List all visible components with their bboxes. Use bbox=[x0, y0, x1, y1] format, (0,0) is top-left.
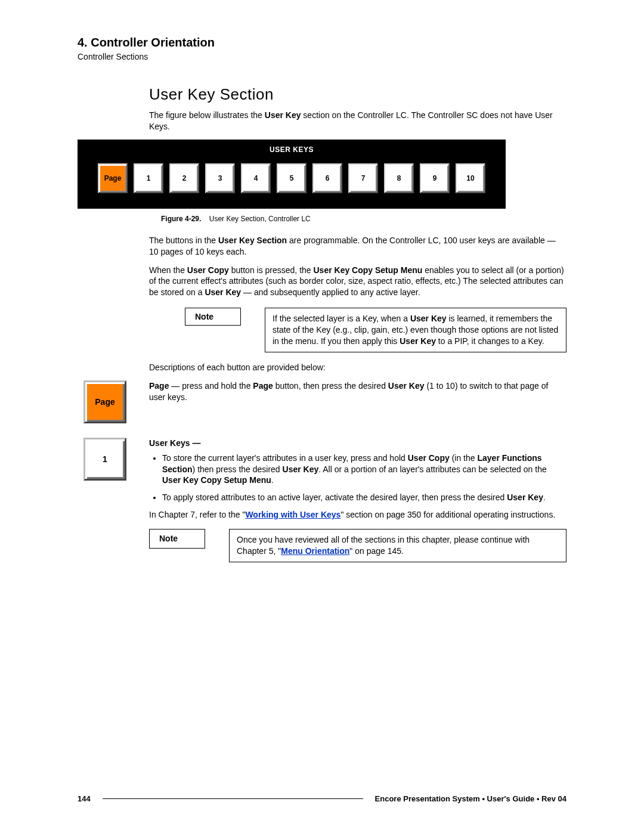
text-bold: User Key bbox=[265, 110, 301, 120]
user-key-7[interactable]: 7 bbox=[348, 163, 378, 193]
page-key-description: Page — press and hold the Page button, t… bbox=[149, 380, 566, 403]
text-bold: Page bbox=[253, 381, 273, 391]
note-block: Note Once you have reviewed all of the s… bbox=[149, 529, 566, 562]
text-bold: User Copy bbox=[408, 453, 450, 463]
text-bold: User Key bbox=[400, 336, 436, 346]
text: — and subsequently applied to any active… bbox=[241, 287, 420, 297]
intro-paragraph: The figure below illustrates the User Ke… bbox=[149, 110, 566, 132]
note-label: Note bbox=[185, 308, 241, 326]
text: If the selected layer is a Key, when a bbox=[273, 314, 410, 323]
user-key-1-large[interactable]: 1 bbox=[83, 438, 126, 481]
chapter-title: 4. Controller Orientation bbox=[78, 36, 566, 49]
user-key-6[interactable]: 6 bbox=[312, 163, 342, 193]
note-body: If the selected layer is a Key, when a U… bbox=[265, 308, 566, 352]
paragraph: The buttons in the User Key Section are … bbox=[149, 235, 566, 258]
text: — press and hold the bbox=[169, 381, 253, 391]
user-key-4[interactable]: 4 bbox=[241, 163, 271, 193]
text: (in the bbox=[450, 453, 478, 463]
chapter-subtitle: Controller Sections bbox=[78, 52, 566, 61]
text: button, then press the desired bbox=[273, 381, 388, 391]
text-bold: User Key Copy Setup Menu bbox=[314, 265, 423, 275]
paragraph: When the User Copy button is pressed, th… bbox=[149, 265, 566, 299]
user-key-3[interactable]: 3 bbox=[205, 163, 235, 193]
text-bold: User Key bbox=[507, 493, 543, 502]
figure-label: Figure 4-29. bbox=[161, 215, 201, 223]
working-with-user-keys-link[interactable]: Working with User Keys bbox=[245, 510, 340, 519]
user-key-8[interactable]: 8 bbox=[384, 163, 414, 193]
text: to a PIP, it changes to a Key. bbox=[436, 336, 544, 346]
text-bold: User Copy bbox=[187, 265, 229, 275]
text: . bbox=[271, 475, 274, 485]
user-key-10[interactable]: 10 bbox=[456, 163, 485, 193]
text: " on page 145. bbox=[349, 546, 404, 556]
figure-caption: Figure 4-29. User Key Section, Controlle… bbox=[161, 215, 566, 223]
note-block: Note If the selected layer is a Key, whe… bbox=[185, 308, 566, 352]
user-keys-title: User Keys — bbox=[149, 438, 566, 449]
text-bold: User Key Copy Setup Menu bbox=[162, 475, 271, 485]
figure-text: User Key Section, Controller LC bbox=[209, 215, 311, 223]
section-heading: User Key Section bbox=[149, 85, 566, 104]
text: . All or a portion of an layer's attribu… bbox=[318, 465, 546, 474]
page-key-description-row: Page Page — press and hold the Page butt… bbox=[78, 380, 566, 423]
text-bold: User Key bbox=[283, 465, 319, 474]
list-item: To apply stored attributes to an active … bbox=[162, 492, 566, 503]
key-row: Page 1 2 3 4 5 6 7 8 9 10 bbox=[78, 163, 506, 193]
text: " section on page 350 for additional ope… bbox=[340, 510, 555, 519]
list-item: To store the current layer's attributes … bbox=[162, 453, 566, 487]
user-key-2[interactable]: 2 bbox=[169, 163, 199, 193]
text: ) then press the desired bbox=[193, 465, 283, 474]
text: To store the current layer's attributes … bbox=[162, 453, 408, 463]
note-label: Note bbox=[149, 529, 205, 549]
text-bold: Page bbox=[149, 381, 169, 391]
user-key-description-row: 1 User Keys — To store the current layer… bbox=[78, 438, 566, 572]
text: In Chapter 7, refer to the " bbox=[149, 510, 245, 519]
text: When the bbox=[149, 265, 187, 275]
text-bold: User Key bbox=[205, 287, 241, 297]
note-body: Once you have reviewed all of the sectio… bbox=[229, 529, 566, 562]
text-bold: User Key Section bbox=[218, 236, 287, 245]
text: button is pressed, the bbox=[229, 265, 314, 275]
panel-title: USER KEYS bbox=[78, 145, 506, 154]
user-keys-panel: USER KEYS Page 1 2 3 4 5 6 7 8 9 10 bbox=[78, 140, 506, 209]
text: . bbox=[543, 493, 546, 502]
footer-text: Encore Presentation System • User's Guid… bbox=[375, 794, 566, 803]
paragraph: Descriptions of each button are provided… bbox=[149, 362, 566, 373]
page-footer: 144 Encore Presentation System • User's … bbox=[78, 794, 566, 803]
user-keys-description: User Keys — To store the current layer's… bbox=[149, 438, 566, 572]
text: The figure below illustrates the bbox=[149, 110, 265, 120]
document-page: 4. Controller Orientation Controller Sec… bbox=[0, 0, 644, 833]
menu-orientation-link[interactable]: Menu Orientation bbox=[281, 546, 349, 556]
page-number: 144 bbox=[78, 794, 91, 803]
footer-rule bbox=[103, 798, 363, 799]
text: To apply stored attributes to an active … bbox=[162, 493, 507, 502]
page-key[interactable]: Page bbox=[98, 163, 128, 193]
bullet-list: To store the current layer's attributes … bbox=[149, 453, 566, 504]
page-key-large[interactable]: Page bbox=[83, 380, 126, 423]
user-key-9[interactable]: 9 bbox=[420, 163, 450, 193]
paragraph: In Chapter 7, refer to the "Working with… bbox=[149, 509, 566, 521]
text-bold: User Key bbox=[388, 381, 425, 391]
text: The buttons in the bbox=[149, 236, 218, 245]
user-key-1[interactable]: 1 bbox=[134, 163, 163, 193]
text-bold: User Key bbox=[410, 314, 447, 323]
user-key-5[interactable]: 5 bbox=[277, 163, 306, 193]
